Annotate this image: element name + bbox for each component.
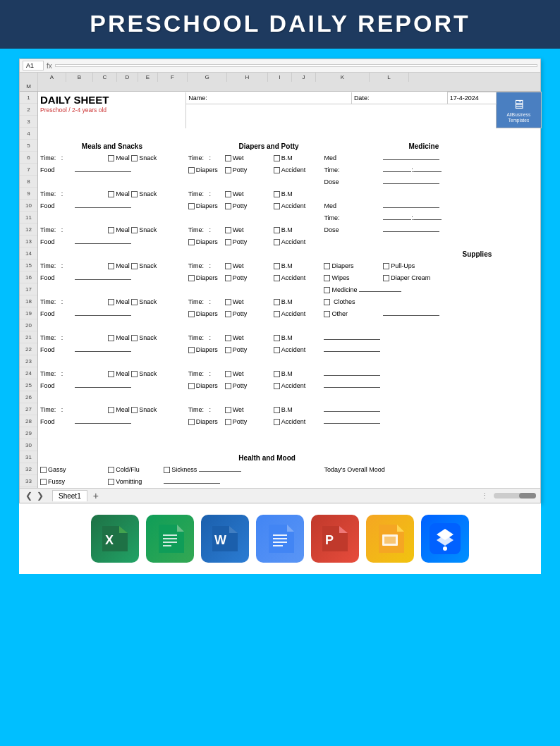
supplies-clothes-cb[interactable]	[324, 299, 330, 305]
meal-checkbox-6[interactable]	[108, 335, 114, 341]
row21-input[interactable]	[324, 339, 380, 340]
prev-sheet-button[interactable]: ❮	[24, 491, 34, 501]
dropbox-icon[interactable]	[421, 515, 469, 563]
coldflu-cb[interactable]	[108, 467, 114, 473]
potty-cb-8[interactable]	[225, 419, 231, 425]
snack-checkbox-2[interactable]	[131, 191, 138, 197]
diaper-cb-3[interactable]	[188, 239, 195, 245]
diaper-cb-1[interactable]	[188, 167, 195, 173]
tab-navigation[interactable]: ❮ ❯	[24, 491, 45, 501]
meal-checkbox-3[interactable]	[108, 227, 114, 233]
snack-checkbox-3[interactable]	[131, 227, 138, 233]
diaper-cb-7[interactable]	[188, 383, 195, 389]
wet-cb-6[interactable]	[225, 335, 231, 341]
med-input-2[interactable]	[383, 207, 439, 208]
google-sheets-icon[interactable]	[146, 515, 194, 563]
sickness-cb[interactable]	[164, 467, 170, 473]
row24-input[interactable]	[324, 375, 380, 376]
snack-checkbox-7[interactable]	[131, 371, 138, 377]
food-line-6[interactable]	[75, 351, 131, 352]
diaper-cb-4[interactable]	[188, 275, 195, 281]
diaper-cb-6[interactable]	[188, 347, 195, 353]
snack-checkbox-1[interactable]	[131, 155, 138, 161]
potty-cb-7[interactable]	[225, 383, 231, 389]
accident-cb-8[interactable]	[274, 419, 280, 425]
next-sheet-button[interactable]: ❯	[35, 491, 45, 501]
wet-cb-2[interactable]	[225, 191, 231, 197]
food-line-7[interactable]	[75, 387, 131, 388]
food-line-4[interactable]	[75, 279, 131, 280]
supplies-diapers-cb[interactable]	[324, 263, 330, 269]
food-line-5[interactable]	[75, 315, 131, 316]
time-med-input-2b[interactable]	[413, 219, 442, 220]
h-scrollbar-track[interactable]	[494, 493, 536, 499]
bm-cb-4[interactable]	[274, 263, 280, 269]
bm-cb-7[interactable]	[274, 371, 280, 377]
wet-cb-8[interactable]	[225, 407, 231, 413]
meal-checkbox-5[interactable]	[108, 299, 114, 305]
accident-cb-5[interactable]	[274, 311, 280, 317]
wet-cb-3[interactable]	[225, 227, 231, 233]
row27-input[interactable]	[324, 411, 380, 412]
potty-cb-5[interactable]	[225, 311, 231, 317]
word-icon[interactable]: W	[201, 515, 249, 563]
snack-checkbox-6[interactable]	[131, 335, 138, 341]
supplies-other-cb[interactable]	[324, 311, 330, 317]
bm-cb-3[interactable]	[274, 227, 280, 233]
diaper-cb-2[interactable]	[188, 203, 195, 209]
supplies-medicine-cb[interactable]	[324, 287, 330, 293]
meal-checkbox-4[interactable]	[108, 263, 114, 269]
wet-cb-5[interactable]	[225, 299, 231, 305]
potty-cb-2[interactable]	[225, 203, 231, 209]
fussy-cb[interactable]	[40, 479, 47, 485]
bm-cb-6[interactable]	[274, 335, 280, 341]
formula-input[interactable]	[55, 64, 537, 67]
dose-input-3[interactable]	[383, 231, 439, 232]
row22-input[interactable]	[324, 351, 380, 352]
accident-cb-6[interactable]	[274, 347, 280, 353]
sickness-input[interactable]	[199, 471, 241, 472]
potty-cb-1[interactable]	[225, 167, 231, 173]
google-docs-icon[interactable]	[256, 515, 304, 563]
row25-input[interactable]	[324, 387, 380, 388]
meal-checkbox-2[interactable]	[108, 191, 114, 197]
accident-cb-4[interactable]	[274, 275, 280, 281]
meal-checkbox-8[interactable]	[108, 407, 114, 413]
time-med-input-1b[interactable]	[413, 171, 442, 172]
bm-cb-8[interactable]	[274, 407, 280, 413]
google-slides-icon[interactable]	[366, 515, 414, 563]
accident-cb-7[interactable]	[274, 383, 280, 389]
supplies-pullups-cb[interactable]	[383, 263, 389, 269]
row28-input[interactable]	[324, 423, 380, 424]
diaper-cb-8[interactable]	[188, 419, 195, 425]
potty-cb-4[interactable]	[225, 275, 231, 281]
snack-checkbox-4[interactable]	[131, 263, 138, 269]
sheet-tab-active[interactable]: Sheet1	[52, 490, 87, 501]
accident-cb-1[interactable]	[274, 167, 280, 173]
bm-cb-5[interactable]	[274, 299, 280, 305]
time-med-input-1a[interactable]	[383, 171, 411, 172]
dose-input-1[interactable]	[383, 183, 439, 184]
bm-cb-2[interactable]	[274, 191, 280, 197]
add-sheet-button[interactable]: +	[90, 490, 102, 501]
excel-icon[interactable]: X	[91, 515, 139, 563]
food-line-1[interactable]	[75, 171, 131, 172]
cell-reference[interactable]: A1	[23, 61, 44, 71]
food-line-3[interactable]	[75, 243, 131, 244]
supplies-diapercream-cb[interactable]	[383, 275, 389, 281]
supplies-medicine-line[interactable]	[359, 291, 401, 292]
meal-checkbox-1[interactable]	[108, 155, 114, 161]
potty-cb-6[interactable]	[225, 347, 231, 353]
sickness-input-2[interactable]	[164, 483, 220, 484]
potty-cb-3[interactable]	[225, 239, 231, 245]
time-med-input-2a[interactable]	[383, 219, 411, 220]
supplies-other-input[interactable]	[383, 315, 439, 316]
supplies-wipes-cb[interactable]	[324, 275, 330, 281]
food-line-2[interactable]	[75, 207, 131, 208]
meal-checkbox-7[interactable]	[108, 371, 114, 377]
wet-cb-1[interactable]	[225, 155, 231, 161]
vomitting-cb[interactable]	[108, 479, 114, 485]
snack-checkbox-8[interactable]	[131, 407, 138, 413]
accident-cb-2[interactable]	[274, 203, 280, 209]
wet-cb-7[interactable]	[225, 371, 231, 377]
